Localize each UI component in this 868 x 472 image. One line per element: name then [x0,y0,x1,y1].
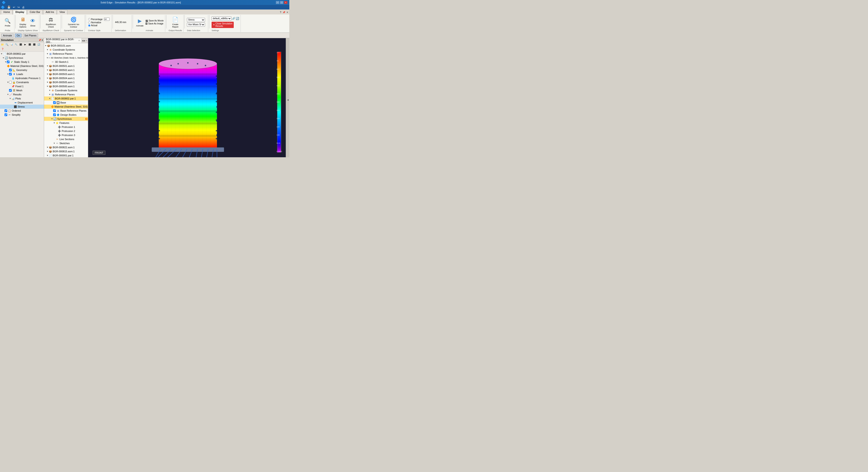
asm-item-prot2[interactable]: ➕ Protrusion 2 [44,129,88,133]
tree-item-fixed[interactable]: 📌 Fixed 1 [0,84,44,88]
sim-close-icon[interactable]: × [41,39,43,41]
geom-checkbox[interactable] [9,69,12,71]
refresh-icon[interactable]: 🔄 [236,17,239,20]
tree-item-hydro[interactable]: 💧 Hydrostatic Pressure 1 [0,76,44,80]
set-planes-btn[interactable]: Set Planes [23,34,38,37]
max-button[interactable]: □ [280,1,283,4]
loads-toggle[interactable]: ▼ [7,73,9,75]
tab-view[interactable]: View [57,10,67,14]
tab-display[interactable]: Display [13,10,27,14]
close-sim-button[interactable]: ✕ Close SimulationResults [212,22,234,28]
sim-tool-1[interactable]: 📊 [9,42,13,46]
asm-item-sketches2[interactable]: ▼ ✏ Sketches [44,141,88,145]
asm-item-base-ref[interactable]: ▦ Base Reference Planes [44,109,88,113]
features-toggle[interactable]: ▼ [53,122,55,124]
501-toggle[interactable]: ▼ [46,65,49,67]
equil-check-button[interactable]: ⚖ EquilibriumCheck [45,15,57,29]
tree-item-geometry[interactable]: 📐 Geometry [0,68,44,72]
sim-tool-new[interactable]: 📁 [0,42,4,46]
ribbon-pin-btn[interactable]: 📌 [282,11,286,14]
base-ref-checkbox[interactable] [53,109,56,112]
preset-select[interactable]: default_vdb6ta [212,17,231,21]
ribbon-help-btn[interactable]: ? [280,11,282,14]
design-bodies-checkbox[interactable] [53,114,56,116]
pct-radio-item[interactable]: Percentage [88,18,110,21]
505-toggle[interactable]: ▼ [46,81,49,83]
coord1-toggle[interactable]: ▼ [46,49,49,51]
sketches-toggle[interactable]: ▼ [46,57,49,59]
refpl-toggle[interactable]: ▼ [46,53,49,55]
asm-item-sync802[interactable]: ▼ 🔄 Synchronous 4 [44,117,88,121]
sim-pin-icon[interactable]: 📌 [38,39,41,41]
tree-item-results[interactable]: ▼ 📈 Results [0,92,44,96]
sim-tool-2[interactable]: 🔧 [14,42,18,46]
display-options-button[interactable]: 🖥 DisplayOptions [18,15,27,29]
link-icon[interactable]: 🔗 [232,17,235,20]
502-toggle[interactable]: ▼ [46,69,49,71]
asm-item-501[interactable]: ▼ 📦 BGR-000501.asm:1 [44,64,88,68]
probe-button[interactable]: 🔍 Probe [3,17,12,28]
tree-item-static[interactable]: ▼ ✔ Static Study 1 [0,60,44,64]
001-toggle[interactable]: ▼ [46,154,49,157]
results-toggle[interactable]: ▼ [7,93,9,96]
503-toggle[interactable]: ▼ [46,73,49,75]
asm-item-bgr101[interactable]: ▼ 📦 BGR-000101.asm [44,43,88,48]
asm-item-503[interactable]: ▼ 📦 BGR-000503.asm:1 [44,72,88,76]
asm-item-prot1[interactable]: ➕ Protrusion 1 [44,125,88,129]
500-toggle[interactable]: ▼ [46,85,49,88]
tree-item-ordered[interactable]: 📋 Ordered [0,109,44,113]
asm-item-sketch1[interactable]: ✏ 3D Sketch:1 [44,60,88,64]
create-report-button[interactable]: 📄 CreateReport [171,15,180,29]
simplify-checkbox[interactable] [4,114,7,116]
root-toggle[interactable]: ▼ [0,53,3,55]
animate-button[interactable]: ▶ Animate [135,17,145,28]
sim-tool-7[interactable]: 🔄 [37,42,41,46]
sync802-toggle[interactable]: ▼ [51,118,53,120]
asm-item-502[interactable]: ▼ 📦 BGR-000502.asm:1 [44,68,88,72]
vms-select[interactable]: Von Mises Stress Max Principal [187,23,205,27]
dynamic-iso-button[interactable]: 🌀 Dynamic IsoContour [67,15,80,29]
redo-btn[interactable]: ↪ [17,6,20,9]
asm-item-822[interactable]: ▼ 📦 BGR-000822.asm:1 [44,145,88,149]
tree-item-disp[interactable]: ➡ Displacement [0,100,44,105]
tree-item-plots[interactable]: ▼ 📊 Plots [0,96,44,100]
base-checkbox[interactable] [53,101,56,104]
constraints-toggle[interactable]: ▼ [7,81,9,83]
animate-bar-btn[interactable]: Animate [1,34,13,37]
asm-item-base[interactable]: 🔲 Base [44,100,88,105]
save-movie-button[interactable]: 🎬 Save As Movie [145,20,164,22]
tree-item-material[interactable]: 🔶 Material (Stainless Steel, 316) [0,64,44,68]
asm-item-prot3[interactable]: ➕ Protrusion 3 [44,133,88,137]
sim-tool-6[interactable]: ⬛ [32,42,36,46]
tree-item-sync[interactable]: ▼ 🔄 Synchronous [0,56,44,60]
asm-item-505[interactable]: ▼ 📦 BGR-000505.asm:1 [44,80,88,84]
tab-addins[interactable]: Add Ins [43,10,57,14]
actual-radio[interactable] [88,24,90,27]
tab-prev-btn[interactable]: ◀ [82,39,84,42]
show-button[interactable]: 👁 Show [28,17,37,28]
asm-item-refpl2[interactable]: ▼ ▦ Reference Planes [44,92,88,96]
asm-item-815[interactable]: ▼ 📦 BGR-000815.asm:1 [44,149,88,153]
asm-item-802par[interactable]: ▼ 📄 BGR-000802.par:1 [44,96,88,100]
asm-item-sketches[interactable]: ▼ ✏ 3D Sketches (Static Study 1, Stainle… [44,56,88,60]
tree-item-constraints[interactable]: ▼ 🔒 Constraints [0,80,44,84]
asm-item-features[interactable]: ▼ ⭐ Features [44,121,88,125]
viewport[interactable]: Min: 0.000 Pa Max: 2.XXX Pa FRONT 777 70… [88,38,289,157]
sim-tool-5[interactable]: ⬛ [28,42,32,46]
asm-item-coord2[interactable]: ▼ ⊕ Coordinate Systems [44,88,88,92]
tree-item-simplify[interactable]: ✂ Simplify [0,113,44,117]
sim-tool-3[interactable]: ⬛ [19,42,23,46]
sync-toggle[interactable]: ▼ [2,57,4,59]
asm-item-refpl[interactable]: ▼ ▦ Reference Planes [44,52,88,56]
tab-colorbar[interactable]: Color Bar [27,10,42,14]
actual-radio-item[interactable]: Actual [88,24,110,27]
file-tab-bgr802[interactable]: BGR-000802.par in BGR-000... × [44,38,82,43]
504-toggle[interactable]: ▼ [46,77,49,79]
sim-tool-8[interactable]: ❓ [0,47,4,51]
undo-btn[interactable]: ↩ [12,6,16,9]
min-button[interactable]: − [276,1,279,4]
tree-item-stress[interactable]: ⬛ Stress [0,105,44,109]
sim-tool-4[interactable]: ▶ [23,42,27,46]
on-btn[interactable]: On [15,34,22,37]
815-toggle[interactable]: ▼ [46,150,49,153]
